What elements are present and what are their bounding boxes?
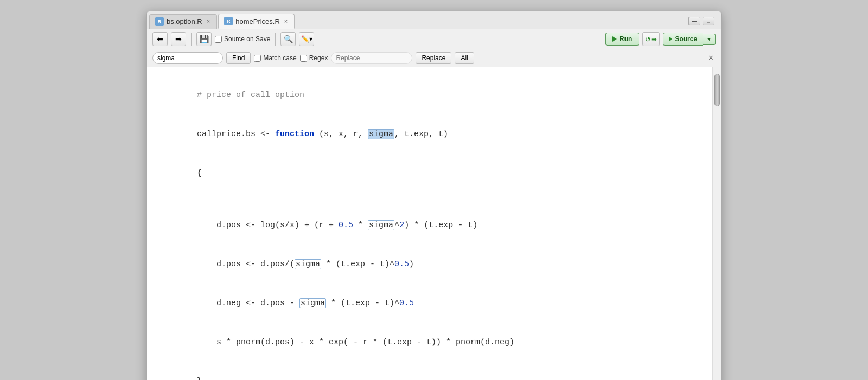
source-on-save-label[interactable]: Source on Save [215,35,270,43]
save-icon: 💾 [200,35,209,43]
scrollbar-thumb[interactable] [714,74,720,106]
code-area[interactable]: # price of call option callprice.bs <- f… [147,67,712,380]
run-button[interactable]: Run [605,33,639,46]
magic-wand-icon: ✏️▾ [301,35,312,43]
code-line-brace-open: { [158,154,701,193]
regex-checkbox[interactable] [300,55,307,62]
code-sigma-3: sigma [295,259,321,269]
find-input[interactable] [152,52,223,64]
source-on-save-checkbox[interactable] [215,36,222,43]
scrollbar: ▲ ▼ [712,67,721,380]
minimize-button[interactable]: — [688,17,700,25]
source-btn-group: Source ▼ [663,33,716,46]
scrollbar-track[interactable] [713,67,721,380]
magic-wand-button[interactable]: ✏️▾ [299,32,314,46]
find-bar: Find Match case Regex Replace All × [147,49,721,67]
tab-icon-bsoption: R [155,17,164,26]
toolbar-separator-2 [275,33,276,46]
code-line-dpos2: d.pos <- d.pos/(sigma * (t.exp - t)^0.5) [158,245,701,284]
code-line-empty [158,193,701,206]
source-button[interactable]: Source [663,33,703,46]
code-params-post: , t.exp, t) [394,130,448,139]
code-line-dneg: d.neg <- d.pos - sigma * (t.exp - t)^0.5 [158,284,701,323]
replace-button[interactable]: Replace [416,52,451,64]
tab-homeprices[interactable]: R homePrices.R × [218,14,295,29]
tab-bar: R bs.option.R × R homePrices.R × — □ [147,11,721,29]
tab-label-homeprices: homePrices.R [235,17,280,25]
close-find-button[interactable]: × [706,53,716,63]
match-case-checkbox[interactable] [254,55,261,62]
editor-window: R bs.option.R × R homePrices.R × — □ ⬅ ➡ [146,11,722,380]
regex-label[interactable]: Regex [300,54,328,62]
run-arrow-icon [612,36,617,42]
forward-icon: ➡ [175,35,182,43]
forward-button[interactable]: ➡ [171,32,186,46]
window-controls: — □ [684,15,719,28]
rerun-button[interactable]: ↺➡ [642,32,660,46]
toolbar-separator-1 [191,33,192,46]
code-line-dpos1: d.pos <- log(s/x) + (r + 0.5 * sigma^2) … [158,206,701,245]
code-sigma-4: sigma [299,298,326,308]
replace-input[interactable] [331,52,412,64]
source-arrow-icon [669,37,672,41]
tab-close-homeprices[interactable]: × [284,18,288,24]
code-callprice: callprice.bs <- [197,130,275,139]
code-params-pre: (s, x, r, [314,130,368,139]
toolbar: ⬅ ➡ 💾 Source on Save 🔍 ✏️▾ Run ↺➡ [147,29,721,49]
tab-bsoption[interactable]: R bs.option.R × [149,14,217,29]
code-area-wrapper: # price of call option callprice.bs <- f… [147,67,721,380]
save-button[interactable]: 💾 [196,32,212,46]
match-case-label[interactable]: Match case [254,54,296,62]
tab-icon-homeprices: R [224,17,233,25]
source-dropdown-button[interactable]: ▼ [703,34,716,45]
back-button[interactable]: ⬅ [152,32,168,46]
comment-text: # price of call option [197,91,304,100]
back-icon: ⬅ [157,35,163,43]
search-icon: 🔍 [284,35,293,43]
code-function-kw: function [275,130,314,139]
search-button[interactable]: 🔍 [280,32,296,46]
find-button[interactable]: Find [226,52,251,64]
replace-all-button[interactable]: All [455,52,474,64]
tab-label-bsoption: bs.option.R [167,17,202,25]
maximize-button[interactable]: □ [703,17,714,25]
code-sigma-1: sigma [368,129,394,139]
code-line-pnorm: s * pnorm(d.pos) - x * exp( - r * (t.exp… [158,323,701,362]
code-line-1: callprice.bs <- function (s, x, r, sigma… [158,115,701,154]
code-sigma-2: sigma [368,220,394,230]
code-line-brace-close: } [158,362,701,380]
code-line-comment: # price of call option [158,76,701,115]
tab-close-bsoption[interactable]: × [207,18,210,24]
rerun-icon: ↺➡ [645,35,657,43]
